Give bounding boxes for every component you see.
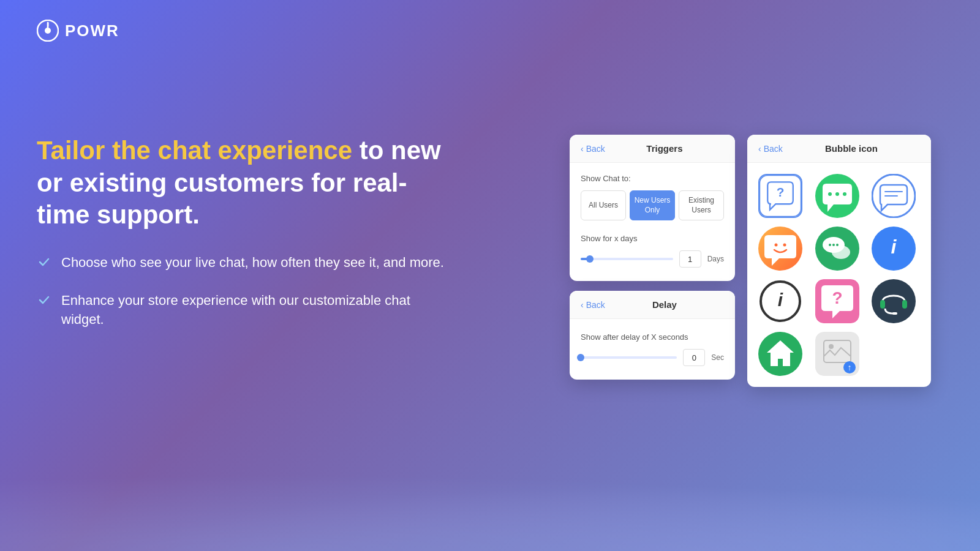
svg-rect-29 [880,300,885,309]
seconds-slider-row: 0 Sec [581,349,724,366]
check-icon-1 [37,255,51,275]
bubble-option-info-dark[interactable]: i [758,279,802,323]
days-slider-row: 1 Days [581,250,724,268]
show-for-label: Show for x days [581,234,724,243]
triggers-panel-body: Show Chat to: All Users New Users Only E… [570,163,735,281]
main-headline: Tailor the chat experience to new or exi… [37,135,453,231]
check-icon-2 [37,293,51,313]
svg-text:↑: ↑ [847,362,851,372]
show-for-days-section: Show for x days 1 Days [581,234,724,268]
delay-back-chevron-icon: ‹ [581,300,584,310]
features-list: Choose who see your live chat, how often… [37,253,453,329]
left-panels-column: ‹ Back Triggers Show Chat to: All Users … [570,135,735,380]
bubble-option-wechat[interactable] [815,227,859,271]
delay-panel-title: Delay [605,299,724,310]
delay-back-label: Back [586,300,605,310]
svg-point-15 [783,244,786,247]
svg-text:?: ? [832,288,842,307]
seconds-slider-unit: Sec [711,353,724,362]
logo-text: POWR [65,21,119,40]
feature-text-2: Enhance your store experience with our c… [61,291,453,329]
svg-text:i: i [778,290,783,310]
seconds-slider-value: 0 [683,349,705,366]
svg-point-18 [832,246,850,259]
bubble-option-home[interactable] [758,332,802,376]
svg-point-1 [45,28,51,34]
background-wave [0,367,980,551]
svg-point-28 [872,279,916,323]
bubble-option-headset[interactable] [872,279,916,323]
svg-point-19 [829,244,831,246]
left-content: Tailor the chat experience to new or exi… [37,135,453,329]
bubble-option-question-pink[interactable]: ? [815,279,859,323]
svg-point-9 [843,192,846,196]
days-slider-track[interactable] [581,258,673,260]
bubble-back-button[interactable]: ‹ Back [758,144,783,154]
svg-point-8 [835,192,839,196]
show-after-label: Show after delay of X seconds [581,332,724,342]
bubble-option-info-blue[interactable]: i [872,227,916,271]
bubble-option-chat-blue[interactable] [872,174,916,218]
svg-point-21 [836,244,839,246]
svg-text:?: ? [777,185,785,199]
headline-highlight: Tailor the chat experience [37,136,352,165]
delay-slider-section: Show after delay of X seconds 0 Sec [581,332,724,366]
triggers-back-button[interactable]: ‹ Back [581,144,605,154]
back-chevron-icon: ‹ [581,144,584,154]
bubble-option-upload[interactable]: ↑ [815,332,859,376]
delay-panel-body: Show after delay of X seconds 0 Sec [570,319,735,380]
svg-point-7 [828,192,832,196]
delay-panel: ‹ Back Delay Show after delay of X secon… [570,291,735,380]
powr-logo-icon [37,20,59,42]
bubble-panel: ‹ Back Bubble icon ? [747,135,931,387]
bubble-panel-title: Bubble icon [783,143,920,154]
delay-panel-header: ‹ Back Delay [570,291,735,319]
days-slider-thumb[interactable] [586,255,594,263]
bubble-option-question-white[interactable]: ? [758,174,802,218]
triggers-panel: ‹ Back Triggers Show Chat to: All Users … [570,135,735,281]
bubble-option-smile-orange[interactable] [758,227,802,271]
bubble-panel-header: ‹ Back Bubble icon [747,135,931,163]
new-users-button[interactable]: New Users Only [630,190,675,220]
feature-item-1: Choose who see your live chat, how often… [37,253,453,275]
bubble-back-label: Back [764,144,783,154]
feature-text-1: Choose who see your live chat, how often… [61,253,444,272]
svg-text:i: i [891,236,897,258]
svg-point-36 [829,344,834,349]
delay-back-button[interactable]: ‹ Back [581,300,605,310]
triggers-panel-header: ‹ Back Triggers [570,135,735,163]
all-users-button[interactable]: All Users [581,190,626,220]
bubble-back-chevron-icon: ‹ [758,144,761,154]
header: POWR [37,20,119,42]
triggers-panel-title: Triggers [605,143,724,154]
seconds-slider-track[interactable] [581,356,677,359]
feature-item-2: Enhance your store experience with our c… [37,291,453,329]
svg-point-20 [832,244,835,246]
svg-rect-31 [892,312,897,315]
days-slider-value: 1 [679,250,701,268]
show-chat-buttons: All Users New Users Only Existing Users [581,190,724,220]
panels-container: ‹ Back Triggers Show Chat to: All Users … [570,135,931,387]
existing-users-button[interactable]: Existing Users [679,190,724,220]
bubble-grid: ? [747,163,931,387]
show-chat-label: Show Chat to: [581,174,724,183]
days-slider-unit: Days [707,255,724,263]
bubble-option-dots-green[interactable] [815,174,859,218]
svg-point-14 [775,244,778,247]
triggers-back-label: Back [586,144,605,154]
svg-rect-30 [902,300,907,309]
seconds-slider-thumb[interactable] [577,354,584,361]
